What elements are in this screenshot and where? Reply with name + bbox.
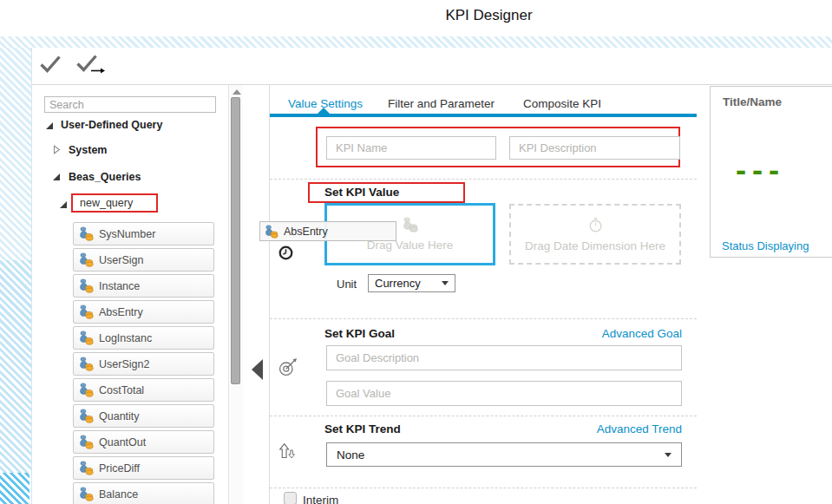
striped-band-left-bottom: [0, 473, 29, 504]
interim-label: Interim: [303, 494, 338, 504]
section-title-trend: Set KPI Trend: [324, 422, 401, 435]
striped-band-top: [0, 36, 832, 48]
kpi-name-input[interactable]: [326, 136, 496, 160]
trend-arrows-icon: [278, 441, 295, 460]
measure-field-icon: [79, 461, 94, 475]
measure-field-icon: [79, 383, 94, 397]
goal-target-icon: [278, 357, 298, 377]
field-item-costtotal[interactable]: CostTotal: [73, 378, 214, 402]
measure-field-icon: [265, 225, 278, 239]
tree-toggle-expanded-icon[interactable]: [53, 173, 60, 180]
field-item-quantout[interactable]: QuantOut: [73, 430, 214, 454]
measure-field-icon: [79, 409, 94, 423]
section-divider: [270, 179, 697, 180]
measure-field-icon: [79, 357, 94, 371]
confirm-and-next-button[interactable]: [75, 53, 106, 75]
status-displaying-link[interactable]: Status Displaying: [722, 239, 809, 252]
section-divider: [270, 416, 697, 416]
confirm-button[interactable]: [38, 54, 62, 75]
section-divider: [270, 318, 697, 319]
section-title-value: Set KPI Value: [324, 186, 399, 199]
measure-field-icon: [79, 252, 94, 267]
field-item-sysnumber[interactable]: SysNumber: [73, 222, 214, 245]
drag-date-dimension-dropzone[interactable]: Drag Date Dimension Here: [509, 204, 681, 265]
goal-value-input[interactable]: [326, 381, 682, 406]
field-item-usersign[interactable]: UserSign: [73, 248, 214, 272]
field-item-loginstanc[interactable]: LogInstanc: [73, 326, 214, 350]
trend-select[interactable]: None: [326, 442, 682, 467]
field-item-instance[interactable]: Instance: [73, 274, 214, 298]
measure-field-icon: [79, 226, 94, 241]
dragged-field-chip[interactable]: AbsEntry: [259, 221, 396, 241]
preview-empty-value: ---: [733, 156, 783, 187]
unit-select[interactable]: Currency: [368, 274, 455, 292]
measure-field-icon: [79, 304, 94, 319]
toolbar-divider: [31, 84, 832, 85]
section-title-goal: Set KPI Goal: [324, 327, 395, 340]
tree-node-new-query[interactable]: new_query: [80, 197, 133, 209]
stopwatch-icon: [587, 217, 604, 233]
preview-title: Title/Name: [723, 95, 782, 108]
chevron-down-icon: [665, 453, 671, 457]
content-left-border: [269, 85, 270, 504]
chevron-down-icon: [442, 281, 449, 285]
sidebar-collapse-arrow[interactable]: [252, 359, 263, 380]
active-tab-indicator: [318, 108, 330, 114]
field-item-usersign2[interactable]: UserSign2: [73, 352, 214, 376]
tab-composite-kpi[interactable]: Composite KPI: [523, 97, 601, 110]
goal-description-input[interactable]: [326, 345, 682, 370]
tree-toggle-expanded-icon[interactable]: [60, 201, 67, 208]
field-item-balance[interactable]: Balance: [73, 482, 214, 504]
page-title: KPI Designer: [146, 7, 832, 24]
striped-band-left-mid: [0, 260, 31, 473]
tree-toggle-collapsed-icon[interactable]: [53, 145, 61, 154]
tree-node-system[interactable]: System: [69, 144, 107, 156]
kpi-designer-window: KPI Designer User-Defined Query System B…: [0, 0, 832, 504]
advanced-trend-link[interactable]: Advanced Trend: [597, 422, 682, 435]
advanced-goal-link[interactable]: Advanced Goal: [602, 327, 682, 340]
kpi-description-input[interactable]: [509, 136, 680, 160]
field-item-absentry[interactable]: AbsEntry: [73, 300, 214, 324]
app-header: KPI Designer: [0, 0, 832, 36]
unit-label: Unit: [337, 278, 357, 291]
striped-band-left: [0, 48, 31, 260]
tab-filter-and-parameter[interactable]: Filter and Parameter: [388, 97, 495, 110]
sidebar-scrollbar-thumb[interactable]: [231, 97, 240, 384]
section-divider: [270, 488, 697, 488]
measure-field-icon: [79, 331, 94, 345]
kpi-preview-panel: Title/Name --- Status Displaying: [710, 86, 832, 258]
scrollbar-up-arrow-icon[interactable]: [233, 89, 241, 95]
drag-busy-clock-icon: [278, 245, 293, 260]
measure-field-icon: [79, 487, 94, 501]
tree-node-user-defined-query[interactable]: User-Defined Query: [61, 119, 162, 131]
search-input[interactable]: [44, 96, 216, 113]
interim-checkbox[interactable]: [284, 492, 297, 504]
field-item-pricediff[interactable]: PriceDiff: [73, 456, 214, 480]
tree-node-beas-queries[interactable]: Beas_Queries: [69, 171, 141, 183]
measure-placeholder-icon: [403, 217, 418, 232]
measure-field-icon: [79, 435, 94, 449]
field-item-quantity[interactable]: Quantity: [73, 404, 214, 428]
tree-toggle-expanded-icon[interactable]: [46, 122, 53, 129]
tab-underline: [270, 114, 697, 117]
measure-field-icon: [79, 278, 94, 293]
